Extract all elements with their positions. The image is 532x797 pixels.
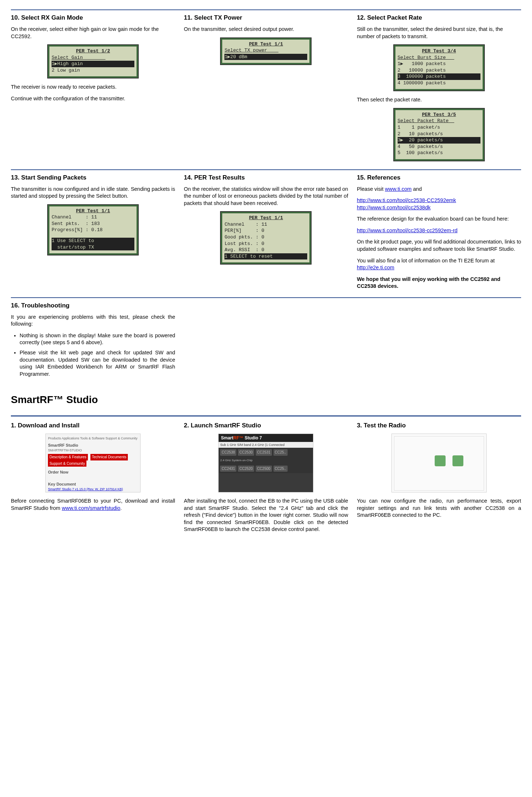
step-10: 10. Select RX Gain Mode On the receiver,…	[11, 12, 175, 166]
body-text: The receiver is now ready to receive pac…	[11, 84, 175, 91]
lcd-screenshot: PER Test 3/4 Select Burst Size 1▶ 1000 p…	[393, 44, 485, 91]
body-text: After installing the tool, connect the E…	[184, 498, 348, 533]
step-title: 13. Start Sending Packets	[11, 174, 175, 182]
body-text: You will also find a lot of information …	[357, 257, 521, 271]
body-text: http://www.ti.com/tool/cc2538-CC2592emk …	[357, 197, 521, 211]
body-text: The transmitter is now configured and in…	[11, 186, 175, 200]
row-steps-10-12: 10. Select RX Gain Mode On the receiver,…	[11, 12, 521, 166]
body-text: You can now configure the radio, run per…	[357, 498, 521, 519]
step-title: 15. References	[357, 174, 521, 182]
studio-step-3: 3. Test the Radio You can now configure …	[357, 420, 521, 538]
list-item: Nothing is shown in the display! Make su…	[20, 332, 175, 346]
step-title: 1. Download and Install	[11, 422, 175, 430]
step-title: 2. Launch SmartRF Studio	[184, 422, 348, 430]
list-item: Please visit the kit web page and check …	[20, 349, 175, 378]
lcd-screenshot: PER Test 1/1 Channel : 11 PER[%] : 0 Goo…	[220, 211, 312, 265]
troubleshoot-list: Nothing is shown in the display! Make su…	[11, 332, 175, 378]
lcd-screenshot: PER Test 3/5 Select Packet Rate 1 1 pack…	[393, 108, 485, 161]
body-text: Before connecting SmartRF06EB to your PC…	[11, 498, 175, 512]
body-text: We hope that you will enjoy working with…	[357, 276, 521, 290]
body-text: On the receiver, the statistics window w…	[184, 186, 348, 207]
body-text: On the receiver, select either high gain…	[11, 26, 175, 40]
row-step-16: 16. Troubleshooting It you are experienc…	[11, 300, 521, 382]
studio-step-2: 2. Launch SmartRF Studio SmartRF™ Studio…	[184, 420, 348, 538]
section-heading: SmartRF™ Studio	[11, 393, 521, 407]
step-11: 11. Select TX Power On the transmitter, …	[184, 12, 348, 166]
row-steps-13-15: 13. Start Sending Packets The transmitte…	[11, 172, 521, 294]
step-title: 10. Select RX Gain Mode	[11, 14, 175, 22]
step-15: 15. References Please visit www.ti.com a…	[357, 172, 521, 294]
app-screenshot: SmartRF™ Studio 7 Sub 1 GHz S/M band 2.4…	[218, 434, 313, 492]
link-tool-rd[interactable]: http://www.ti.com/tool/cc2538-cc2592em-r…	[357, 228, 458, 233]
lcd-screenshot: PER Test 1/1 Select TX power 1▶20 dBm	[220, 37, 312, 65]
body-text: Then select the packet rate.	[357, 96, 521, 104]
lcd-screenshot: PER Test 1/1 Channel : 11 Sent pkts. : 1…	[47, 204, 139, 255]
step-title: 14. PER Test Results	[184, 174, 348, 182]
body-text: On the kit product page, you will find a…	[357, 238, 521, 253]
body-text: The reference design for the evaluation …	[357, 216, 521, 223]
link-tool-emk[interactable]: http://www.ti.com/tool/cc2538-CC2592emk	[357, 197, 456, 203]
body-text: Still on the transmitter, select the des…	[357, 26, 521, 40]
step-12: 12. Select Packet Rate Still on the tran…	[357, 12, 521, 166]
app-screenshot	[391, 434, 487, 492]
step-title: 11. Select TX Power	[184, 14, 348, 22]
row-studio: 1. Download and Install Products Applica…	[11, 420, 521, 538]
link-ti[interactable]: www.ti.com	[385, 186, 411, 192]
step-title: 12. Select Packet Rate	[357, 14, 521, 22]
link-e2e[interactable]: http://e2e.ti.com	[357, 265, 394, 270]
body-text: It you are experiencing problems with th…	[11, 314, 175, 328]
step-14: 14. PER Test Results On the receiver, th…	[184, 172, 348, 294]
step-title: 16. Troubleshooting	[11, 302, 175, 310]
body-text: http://www.ti.com/tool/cc2538-cc2592em-r…	[357, 227, 521, 234]
body-text: Continue with the configuration of the t…	[11, 95, 175, 102]
step-13: 13. Start Sending Packets The transmitte…	[11, 172, 175, 294]
body-text: Please visit www.ti.com and	[357, 186, 521, 193]
lcd-screenshot: PER Test 1/2 Select Gain 1▶High gain 2 L…	[47, 44, 139, 79]
studio-step-1: 1. Download and Install Products Applica…	[11, 420, 175, 538]
link-tool-dk[interactable]: http://www.ti.com/tool/cc2538dk	[357, 205, 431, 210]
link-smartrf-studio[interactable]: www.ti.com/smartrfstudio	[62, 505, 120, 511]
step-16: 16. Troubleshooting It you are experienc…	[11, 300, 175, 382]
webpage-screenshot: Products Applications Tools & Software S…	[45, 434, 141, 492]
step-title: 3. Test the Radio	[357, 422, 521, 430]
body-text: On the transmitter, select desired outpu…	[184, 26, 348, 33]
